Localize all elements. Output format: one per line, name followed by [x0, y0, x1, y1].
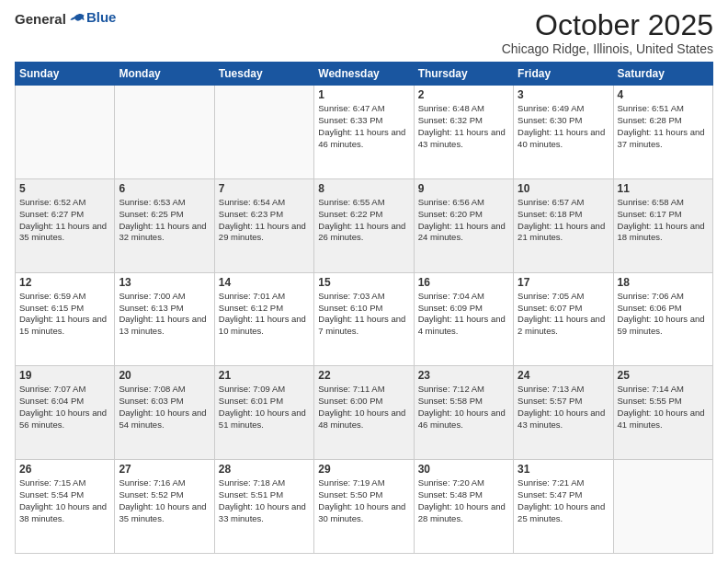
day-cell: 28Sunrise: 7:18 AM Sunset: 5:51 PM Dayli…: [214, 460, 313, 554]
day-cell: 26Sunrise: 7:15 AM Sunset: 5:54 PM Dayli…: [16, 460, 115, 554]
day-cell: 27Sunrise: 7:16 AM Sunset: 5:52 PM Dayli…: [115, 460, 214, 554]
day-info: Sunrise: 7:06 AM Sunset: 6:06 PM Dayligh…: [618, 291, 709, 338]
day-cell: 19Sunrise: 7:07 AM Sunset: 6:04 PM Dayli…: [16, 366, 115, 460]
day-info: Sunrise: 7:08 AM Sunset: 6:03 PM Dayligh…: [119, 384, 210, 431]
logo-general: General: [15, 11, 66, 27]
day-cell: [16, 86, 115, 179]
day-info: Sunrise: 7:14 AM Sunset: 5:55 PM Dayligh…: [618, 384, 709, 431]
header: General Blue October 2025 Chicago Ridge,…: [15, 9, 713, 56]
day-info: Sunrise: 7:18 AM Sunset: 5:51 PM Dayligh…: [219, 477, 310, 524]
col-header-thursday: Thursday: [414, 63, 513, 86]
day-cell: 8Sunrise: 6:55 AM Sunset: 6:22 PM Daylig…: [314, 178, 414, 272]
day-number: 14: [219, 276, 310, 289]
day-number: 19: [19, 369, 110, 382]
day-cell: 6Sunrise: 6:53 AM Sunset: 6:25 PM Daylig…: [115, 178, 214, 272]
week-row-5: 26Sunrise: 7:15 AM Sunset: 5:54 PM Dayli…: [16, 460, 713, 554]
col-header-monday: Monday: [115, 63, 214, 86]
day-cell: 3Sunrise: 6:49 AM Sunset: 6:30 PM Daylig…: [514, 86, 613, 179]
day-number: 21: [219, 369, 310, 382]
day-number: 24: [518, 369, 609, 382]
logo-blue: Blue: [86, 9, 117, 25]
day-cell: [214, 86, 313, 179]
day-cell: 18Sunrise: 7:06 AM Sunset: 6:06 PM Dayli…: [613, 272, 712, 366]
week-row-1: 1Sunrise: 6:47 AM Sunset: 6:33 PM Daylig…: [16, 86, 713, 179]
day-info: Sunrise: 6:55 AM Sunset: 6:22 PM Dayligh…: [318, 197, 409, 244]
day-info: Sunrise: 7:09 AM Sunset: 6:01 PM Dayligh…: [219, 384, 310, 431]
day-info: Sunrise: 6:57 AM Sunset: 6:18 PM Dayligh…: [518, 197, 609, 244]
week-row-2: 5Sunrise: 6:52 AM Sunset: 6:27 PM Daylig…: [16, 178, 713, 272]
day-number: 29: [318, 463, 409, 476]
day-info: Sunrise: 7:07 AM Sunset: 6:04 PM Dayligh…: [19, 384, 110, 431]
day-info: Sunrise: 7:11 AM Sunset: 6:00 PM Dayligh…: [318, 384, 409, 431]
day-cell: 15Sunrise: 7:03 AM Sunset: 6:10 PM Dayli…: [314, 272, 414, 366]
day-number: 16: [418, 276, 509, 289]
day-info: Sunrise: 6:56 AM Sunset: 6:20 PM Dayligh…: [418, 197, 509, 244]
day-number: 7: [219, 182, 310, 195]
col-header-friday: Friday: [514, 63, 613, 86]
day-cell: 11Sunrise: 6:58 AM Sunset: 6:17 PM Dayli…: [613, 178, 712, 272]
day-number: 28: [219, 463, 310, 476]
day-info: Sunrise: 7:00 AM Sunset: 6:13 PM Dayligh…: [119, 291, 210, 338]
calendar-table: SundayMondayTuesdayWednesdayThursdayFrid…: [15, 62, 713, 554]
day-info: Sunrise: 6:52 AM Sunset: 6:27 PM Dayligh…: [19, 197, 110, 244]
day-number: 3: [518, 88, 609, 101]
day-number: 26: [19, 463, 110, 476]
day-number: 25: [618, 369, 709, 382]
day-info: Sunrise: 6:59 AM Sunset: 6:15 PM Dayligh…: [19, 291, 110, 338]
day-info: Sunrise: 6:48 AM Sunset: 6:32 PM Dayligh…: [418, 103, 509, 150]
day-number: 15: [318, 276, 409, 289]
day-info: Sunrise: 7:03 AM Sunset: 6:10 PM Dayligh…: [318, 291, 409, 338]
day-number: 10: [518, 182, 609, 195]
day-info: Sunrise: 7:21 AM Sunset: 5:47 PM Dayligh…: [518, 477, 609, 524]
month-title: October 2025: [502, 9, 713, 41]
day-number: 4: [618, 88, 709, 101]
day-cell: 23Sunrise: 7:12 AM Sunset: 5:58 PM Dayli…: [414, 366, 513, 460]
day-number: 31: [518, 463, 609, 476]
day-info: Sunrise: 6:54 AM Sunset: 6:23 PM Dayligh…: [219, 197, 310, 244]
day-info: Sunrise: 7:20 AM Sunset: 5:48 PM Dayligh…: [418, 477, 509, 524]
day-number: 17: [518, 276, 609, 289]
day-cell: 29Sunrise: 7:19 AM Sunset: 5:50 PM Dayli…: [314, 460, 414, 554]
logo-bird-icon: [68, 10, 86, 29]
day-info: Sunrise: 7:19 AM Sunset: 5:50 PM Dayligh…: [318, 477, 409, 524]
day-number: 5: [19, 182, 110, 195]
day-cell: 7Sunrise: 6:54 AM Sunset: 6:23 PM Daylig…: [214, 178, 313, 272]
day-cell: 16Sunrise: 7:04 AM Sunset: 6:09 PM Dayli…: [414, 272, 513, 366]
day-number: 2: [418, 88, 509, 101]
day-info: Sunrise: 7:12 AM Sunset: 5:58 PM Dayligh…: [418, 384, 509, 431]
day-info: Sunrise: 7:15 AM Sunset: 5:54 PM Dayligh…: [19, 477, 110, 524]
day-cell: 20Sunrise: 7:08 AM Sunset: 6:03 PM Dayli…: [115, 366, 214, 460]
col-header-sunday: Sunday: [16, 63, 115, 86]
day-cell: 10Sunrise: 6:57 AM Sunset: 6:18 PM Dayli…: [514, 178, 613, 272]
day-cell: 4Sunrise: 6:51 AM Sunset: 6:28 PM Daylig…: [613, 86, 712, 179]
col-header-wednesday: Wednesday: [314, 63, 414, 86]
day-cell: 21Sunrise: 7:09 AM Sunset: 6:01 PM Dayli…: [214, 366, 313, 460]
day-cell: 30Sunrise: 7:20 AM Sunset: 5:48 PM Dayli…: [414, 460, 513, 554]
day-cell: 2Sunrise: 6:48 AM Sunset: 6:32 PM Daylig…: [414, 86, 513, 179]
header-row: SundayMondayTuesdayWednesdayThursdayFrid…: [16, 63, 713, 86]
day-info: Sunrise: 7:01 AM Sunset: 6:12 PM Dayligh…: [219, 291, 310, 338]
week-row-4: 19Sunrise: 7:07 AM Sunset: 6:04 PM Dayli…: [16, 366, 713, 460]
day-cell: 25Sunrise: 7:14 AM Sunset: 5:55 PM Dayli…: [613, 366, 712, 460]
day-info: Sunrise: 6:58 AM Sunset: 6:17 PM Dayligh…: [618, 197, 709, 244]
day-info: Sunrise: 7:05 AM Sunset: 6:07 PM Dayligh…: [518, 291, 609, 338]
logo: General Blue: [15, 9, 116, 29]
title-area: October 2025 Chicago Ridge, Illinois, Un…: [502, 9, 713, 56]
day-cell: [115, 86, 214, 179]
day-number: 22: [318, 369, 409, 382]
day-number: 27: [119, 463, 210, 476]
day-number: 11: [618, 182, 709, 195]
day-cell: 22Sunrise: 7:11 AM Sunset: 6:00 PM Dayli…: [314, 366, 414, 460]
day-number: 13: [119, 276, 210, 289]
day-cell: 17Sunrise: 7:05 AM Sunset: 6:07 PM Dayli…: [514, 272, 613, 366]
location: Chicago Ridge, Illinois, United States: [502, 41, 713, 56]
day-info: Sunrise: 6:51 AM Sunset: 6:28 PM Dayligh…: [618, 103, 709, 150]
col-header-saturday: Saturday: [613, 63, 712, 86]
day-number: 20: [119, 369, 210, 382]
day-info: Sunrise: 7:16 AM Sunset: 5:52 PM Dayligh…: [119, 477, 210, 524]
day-cell: 1Sunrise: 6:47 AM Sunset: 6:33 PM Daylig…: [314, 86, 414, 179]
day-number: 6: [119, 182, 210, 195]
day-cell: 31Sunrise: 7:21 AM Sunset: 5:47 PM Dayli…: [514, 460, 613, 554]
day-cell: 24Sunrise: 7:13 AM Sunset: 5:57 PM Dayli…: [514, 366, 613, 460]
day-number: 9: [418, 182, 509, 195]
